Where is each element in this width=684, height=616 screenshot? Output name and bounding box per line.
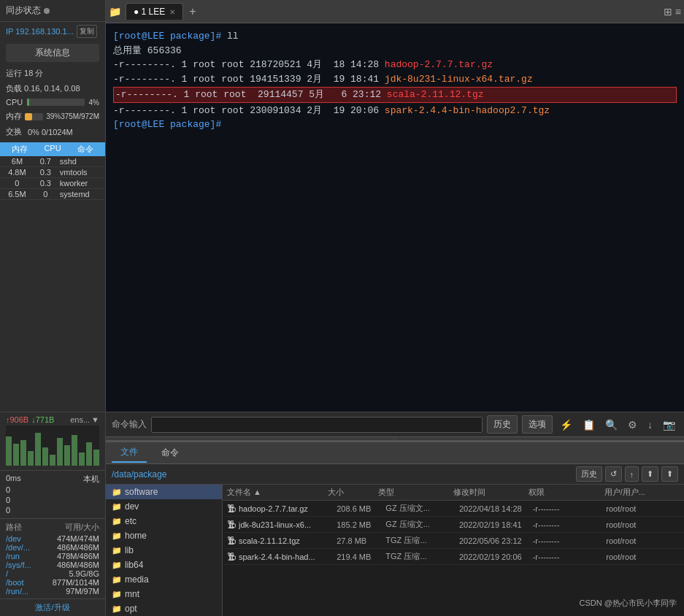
watermark: CSDN @热心市民小李同学	[580, 598, 677, 609]
fm-file-row[interactable]: 🗜 hadoop-2.7.7.tar.gz 208.6 MB GZ 压缩文...…	[223, 501, 684, 517]
grid-view-button[interactable]: ⊞	[664, 6, 672, 18]
fm-history-button[interactable]: 历史	[576, 466, 602, 482]
latency-val-2: 0	[6, 495, 99, 505]
file-owner: root/root	[606, 520, 680, 529]
fm-upload2-button[interactable]: ⬆	[642, 466, 658, 482]
tree-item-label: media	[125, 574, 149, 585]
fm-file-row[interactable]: 🗜 scala-2.11.12.tgz 27.8 MB TGZ 压缩... 20…	[223, 533, 684, 549]
col-owner[interactable]: 用户/用户...	[604, 487, 680, 498]
fm-tabs: 文件 命令	[106, 442, 684, 464]
tab-lee[interactable]: ● 1 LEE ✕	[126, 3, 183, 20]
proc-header-cpu[interactable]: CPU	[36, 144, 69, 155]
latency-label: 0ms	[6, 474, 21, 485]
file-perm: -r--------	[533, 504, 607, 513]
chart-bar	[13, 444, 19, 466]
file-icon: 🗜	[227, 520, 236, 530]
swap-row: 交换 0% 0/1024M	[0, 124, 105, 139]
file-size: 208.6 MB	[337, 504, 385, 513]
cpu-row: CPU 4%	[0, 96, 105, 109]
proc-header-cmd[interactable]: 命令	[69, 144, 102, 155]
fm-tab-files[interactable]: 文件	[112, 443, 147, 463]
fm-tree-item[interactable]: 📁 etc	[106, 514, 222, 528]
file-type: GZ 压缩文...	[385, 519, 459, 530]
fm-tree-item[interactable]: 📁 media	[106, 572, 222, 587]
disk-row: /dev474M/474M	[6, 534, 99, 543]
terminal-line-highlighted: -r--------. 1 root root 29114457 5月 6 23…	[113, 87, 677, 103]
latency-val-1: 0	[6, 485, 99, 495]
chart-bar	[42, 447, 48, 466]
file-icon: 🗜	[227, 552, 236, 562]
terminal-line: [root@LEE package]#	[113, 118, 677, 132]
tree-item-label: dev	[125, 501, 139, 512]
file-date: 2022/04/18 14:28	[459, 504, 533, 513]
tree-item-label: lib64	[125, 560, 143, 570]
command-input[interactable]	[151, 417, 483, 433]
disk-row: /boot877M/1014M	[6, 578, 99, 587]
fm-upload3-button[interactable]: ⬆	[661, 466, 678, 482]
fm-file-row[interactable]: 🗜 jdk-8u231-linux-x6... 185.2 MB GZ 压缩文.…	[223, 517, 684, 533]
tab-bar: 📁 ● 1 LEE ✕ + ⊞ ≡	[106, 0, 684, 23]
disk-header: 路径 可用/大小	[6, 522, 99, 533]
fm-tree-item[interactable]: 📁 lib64	[106, 558, 222, 572]
settings-icon[interactable]: ⚙	[625, 417, 640, 432]
terminal-line: 总用量 656336	[113, 44, 677, 58]
select-button[interactable]: 选项	[522, 415, 553, 434]
fm-refresh-button[interactable]: ↺	[605, 466, 622, 482]
folder-icon[interactable]: 📁	[109, 6, 121, 18]
screenshot-icon[interactable]: 📷	[660, 417, 678, 432]
fm-file-row[interactable]: 🗜 spark-2.4.4-bin-had... 219.4 MB TGZ 压缩…	[223, 549, 684, 565]
mem-bar	[25, 113, 32, 120]
tab-add-button[interactable]: +	[189, 5, 196, 18]
lightning-icon[interactable]: ⚡	[557, 417, 575, 432]
download-icon[interactable]: ↓	[645, 417, 656, 432]
latency-host: 本机	[83, 474, 99, 485]
fm-upload-button[interactable]: ↑	[625, 466, 639, 482]
terminal[interactable]: [root@LEE package]# ll 总用量 656336 -r----…	[106, 23, 684, 412]
activate-button[interactable]: 激活/升级	[0, 598, 105, 616]
clipboard-icon[interactable]: 📋	[580, 417, 598, 432]
proc-table-header: 内存 CPU 命令	[0, 142, 105, 156]
fm-tree-item[interactable]: 📁 home	[106, 528, 222, 543]
fm-files-header: 文件名 ▲ 大小 类型 修改时间 权限 用户/用户...	[223, 485, 684, 501]
main-area: 📁 ● 1 LEE ✕ + ⊞ ≡ [root@LEE package]# ll…	[106, 0, 684, 616]
fm-tree-item[interactable]: 📁 mnt	[106, 587, 222, 601]
tab-close-button[interactable]: ✕	[169, 8, 175, 16]
tree-item-label: lib	[125, 545, 134, 555]
list-view-button[interactable]: ≡	[675, 6, 681, 18]
tree-item-label: home	[125, 531, 147, 541]
history-button[interactable]: 历史	[487, 415, 518, 434]
fm-tree-item[interactable]: 📁 software	[106, 485, 222, 499]
col-perm[interactable]: 权限	[529, 487, 604, 498]
search-icon[interactable]: 🔍	[602, 417, 620, 432]
swap-text: 0% 0/1024M	[28, 128, 73, 136]
ip-label: IP 192.168.130.1...	[6, 27, 74, 36]
col-size[interactable]: 大小	[328, 487, 378, 498]
folder-icon: 📁	[112, 531, 122, 541]
file-perm: -r--------	[533, 536, 607, 545]
proc-header-mem[interactable]: 内存	[3, 144, 36, 155]
fm-tree-item[interactable]: 📁 dev	[106, 499, 222, 514]
sysinfo-button[interactable]: 系统信息	[6, 44, 99, 62]
fm-tree-item[interactable]: 📁 lib	[106, 543, 222, 558]
col-filename[interactable]: 文件名 ▲	[227, 487, 328, 498]
folder-icon: 📁	[112, 590, 122, 599]
sidebar: 同步状态 IP 192.168.130.1... 复制 系统信息 运行 18 分…	[0, 0, 106, 616]
fm-tab-commands[interactable]: 命令	[153, 444, 188, 462]
tab-label: ● 1 LEE	[134, 7, 165, 17]
net-row: ↑906B ↓771B ens... ▼	[6, 415, 99, 424]
folder-icon: 📁	[112, 517, 122, 526]
fm-toolbar: /data/package 历史 ↺ ↑ ⬆ ⬆	[106, 464, 684, 485]
file-name: hadoop-2.7.7.tar.gz	[239, 504, 337, 513]
input-label: 命令输入	[112, 418, 147, 431]
file-owner: root/root	[606, 536, 680, 545]
col-type[interactable]: 类型	[378, 487, 453, 498]
copy-button[interactable]: 复制	[77, 25, 97, 38]
fm-tree-item[interactable]: 📁 opt	[106, 601, 222, 616]
file-owner: root/root	[606, 553, 680, 561]
col-date[interactable]: 修改时间	[453, 487, 529, 498]
load-label: 负载 0.16, 0.14, 0.08	[0, 82, 105, 96]
net-upload: ↑906B	[6, 415, 28, 424]
file-manager: 文件 命令 /data/package 历史 ↺ ↑ ⬆ ⬆ 📁 softwar…	[106, 441, 684, 616]
net-expand-icon[interactable]: ▼	[91, 415, 99, 424]
net-interface: ens...	[70, 415, 90, 424]
